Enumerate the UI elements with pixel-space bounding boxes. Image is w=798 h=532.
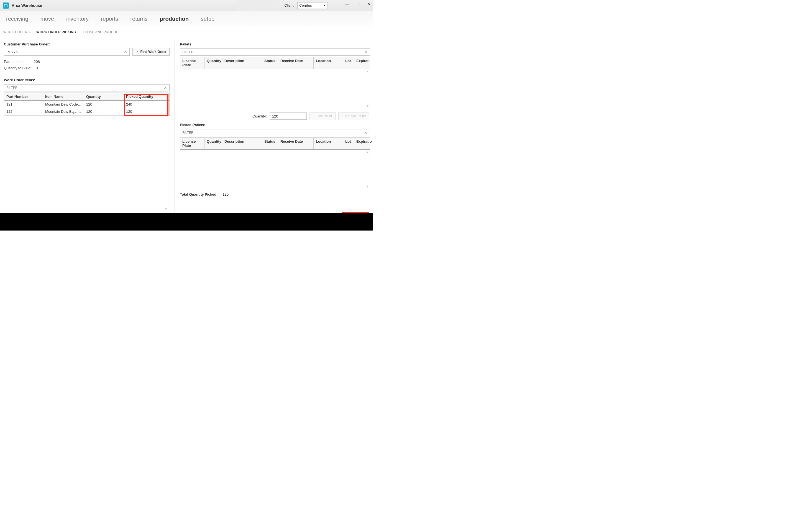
col-lot[interactable]: Lot [343, 138, 354, 149]
col-quantity[interactable]: Quantity [205, 57, 222, 69]
scroll-down-icon[interactable]: ▼ [366, 104, 369, 108]
woi-grid: Part Number Item Name Quantity Picked Qu… [4, 93, 170, 116]
col-location[interactable]: Location [314, 138, 343, 149]
col-item-name[interactable]: Item Name [43, 93, 84, 100]
clear-icon[interactable]: ✕ [164, 86, 167, 90]
col-description[interactable]: Description [222, 57, 262, 69]
col-license-plate[interactable]: License Plate [180, 138, 205, 149]
pick-pallet-button: ↓ Pick Pallet [309, 112, 336, 120]
col-license-plate[interactable]: License Plate [180, 57, 205, 69]
col-receive-date[interactable]: Receive Date [278, 57, 314, 69]
subnav-work-orders[interactable]: WORK ORDERS [3, 30, 30, 34]
clear-icon[interactable]: ✕ [364, 131, 367, 135]
picked-body: ▲ ▼ [180, 150, 369, 189]
cell-name: Mountain Dew Baja Blast [43, 108, 84, 115]
pallets-header: License Plate Quantity Description Statu… [180, 57, 369, 69]
scroll-up-icon[interactable]: ▲ [166, 101, 169, 104]
blank-tab [237, 0, 279, 11]
sub-nav: WORK ORDERS WORK ORDER PICKING CLOSE AND… [0, 26, 373, 38]
col-quantity[interactable]: Quantity [84, 93, 124, 100]
scroll-down-icon[interactable]: ▼ [366, 185, 369, 188]
cell-part: 121 [4, 101, 43, 108]
client-label: Client: [284, 3, 294, 7]
client-select[interactable]: Cerritus ▼ [297, 2, 328, 9]
col-status[interactable]: Status [262, 57, 278, 69]
tqp-value: 120 [223, 192, 229, 196]
col-expiration[interactable]: Expiratio [354, 138, 369, 149]
maximize-icon[interactable]: □ [357, 2, 359, 6]
nav-setup[interactable]: setup [201, 16, 214, 22]
svg-point-1 [136, 51, 138, 52]
cpo-value: PO776 [6, 50, 17, 54]
picked-header: License Plate Quantity Description Statu… [180, 137, 369, 150]
clear-icon[interactable]: ✕ [364, 50, 367, 54]
qty-build-value: 10 [34, 66, 38, 70]
woi-label: Work Order Items: [4, 78, 170, 82]
picked-filter[interactable]: ✕ [180, 129, 370, 136]
table-row[interactable]: 122 Mountain Dew Baja Blast 120 120 [4, 108, 169, 115]
chevron-down-icon: ▼ [323, 4, 326, 7]
find-btn-label: Find Work Order [140, 50, 167, 54]
woi-filter-input[interactable] [6, 86, 164, 90]
bottom-bar [0, 213, 373, 230]
col-status[interactable]: Status [262, 138, 278, 149]
nav-move[interactable]: move [40, 16, 54, 22]
pane-divider [174, 40, 175, 213]
minimize-icon[interactable]: — [345, 2, 349, 6]
subnav-work-order-picking[interactable]: WORK ORDER PICKING [36, 30, 76, 34]
main-nav: receiving move inventory reports returns… [0, 11, 373, 26]
table-row[interactable]: 121 Mountain Dew Code Red 120 240 [4, 101, 169, 108]
woi-filter[interactable]: ✕ [4, 84, 170, 92]
nav-receiving[interactable]: receiving [6, 16, 28, 22]
pallets-label: Pallets: [180, 42, 370, 46]
search-icon [135, 50, 139, 54]
cell-picked: 120 [124, 108, 169, 115]
col-description[interactable]: Description [222, 138, 262, 149]
nav-returns[interactable]: returns [130, 16, 147, 22]
col-part-number[interactable]: Part Number [4, 93, 43, 100]
find-work-order-button[interactable]: Find Work Order [132, 48, 170, 56]
clear-icon[interactable]: ✕ [124, 50, 127, 54]
scroll-up-icon[interactable]: ▲ [366, 70, 369, 73]
svg-line-2 [137, 52, 138, 53]
unpick-pallet-button: ↑ Un-pick Pallet [338, 112, 369, 120]
picked-pallets-grid: License Plate Quantity Description Statu… [180, 137, 370, 189]
arrow-down-icon: ↓ [313, 114, 315, 118]
titlebar: Arca Warehouse Client: Cerritus ▼ — □ ✕ [0, 0, 373, 11]
app-title: Arca Warehouse [12, 3, 42, 8]
arrow-up-icon: ↑ [342, 114, 344, 118]
picked-pallets-label: Picked Pallets: [180, 123, 370, 127]
col-location[interactable]: Location [314, 57, 343, 69]
cell-name: Mountain Dew Code Red [43, 101, 84, 108]
col-receive-date[interactable]: Receive Date [278, 138, 314, 149]
app-logo-icon [3, 2, 9, 8]
pallets-filter[interactable]: ✕ [180, 49, 370, 56]
col-picked-quantity[interactable]: Picked Quantity [124, 93, 169, 100]
svg-rect-0 [4, 5, 7, 7]
parent-item-label: Parent Item: [4, 60, 34, 64]
cpo-label: Customer Purchase Order: [4, 42, 170, 46]
picked-filter-input[interactable] [182, 131, 364, 135]
pallets-body: ▲ ▼ [180, 69, 369, 108]
scroll-up-icon[interactable]: ▲ [366, 150, 369, 153]
nav-reports[interactable]: reports [101, 16, 118, 22]
unpick-pallet-label: Un-pick Pallet [345, 114, 366, 118]
cpo-input[interactable]: PO776 ✕ [4, 48, 130, 56]
qty-input[interactable] [270, 113, 307, 120]
pick-pallet-label: Pick Pallet [317, 114, 332, 118]
client-value: Cerritus [299, 3, 312, 7]
scroll-down-icon[interactable]: ▼ [165, 208, 167, 211]
nav-inventory[interactable]: inventory [66, 16, 89, 22]
col-quantity[interactable]: Quantity [205, 138, 222, 149]
qty-build-label: Quantity to Build: [4, 66, 34, 70]
nav-production[interactable]: production [160, 16, 189, 22]
subnav-close-and-produce[interactable]: CLOSE AND PRODUCE [83, 30, 121, 34]
right-pane: Pallets: ✕ License Plate Quantity Descri… [180, 42, 370, 213]
col-expiration[interactable]: Expirat [354, 57, 369, 69]
col-lot[interactable]: Lot [343, 57, 354, 69]
pallets-filter-input[interactable] [182, 50, 364, 54]
close-icon[interactable]: ✕ [367, 2, 370, 6]
pallets-grid: License Plate Quantity Description Statu… [180, 57, 370, 108]
tqp-label: Total Quantity Picked: [180, 192, 217, 196]
qty-label: Quantity: [252, 114, 267, 118]
